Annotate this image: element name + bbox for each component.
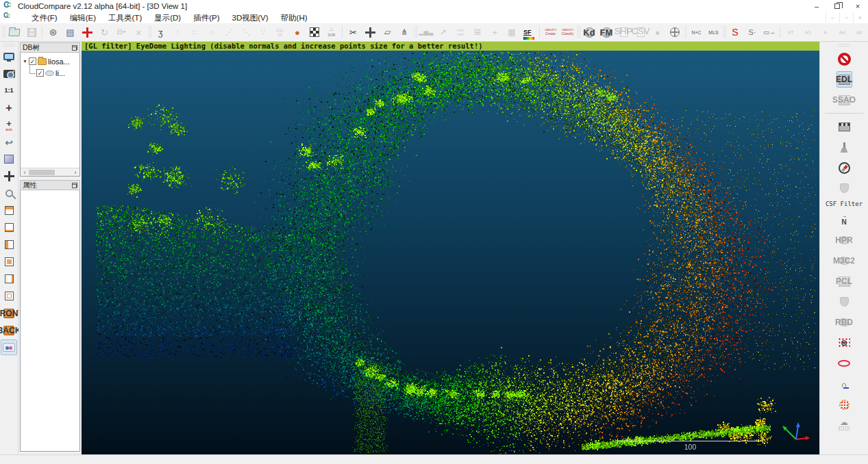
point-cloud-canvas[interactable] — [82, 42, 819, 454]
magnet-tool-glyph: ∩ — [841, 379, 847, 389]
view-front-icon[interactable] — [1, 254, 17, 270]
clone-label: ↻ — [101, 28, 108, 37]
visibility-checkbox[interactable]: ✓ — [29, 57, 36, 65]
menu-help[interactable]: 帮助(H) — [275, 12, 314, 23]
mdi-restore-button[interactable]: ▫ — [839, 12, 853, 23]
magnet-tool-icon[interactable]: ∩ — [841, 376, 847, 392]
cross-section-icon[interactable]: ▱ — [380, 24, 396, 40]
shp-export-glyph: SHP — [620, 27, 628, 37]
poisson-recon-icon[interactable]: ⊛ — [838, 335, 850, 351]
open-icon[interactable] — [6, 24, 23, 40]
global-shift-icon[interactable]: ⊛ — [45, 24, 62, 40]
rotate-view-icon[interactable]: ↩ — [1, 134, 17, 150]
scroll-left-icon[interactable]: ‹ — [21, 169, 29, 176]
broom-icon[interactable] — [843, 139, 845, 155]
csf-north-icon[interactable]: →N — [841, 211, 847, 228]
mdi-minimize-button[interactable]: – — [826, 12, 839, 23]
pivot-visibility-icon[interactable] — [1, 168, 17, 184]
view-bottom-icon[interactable] — [1, 220, 17, 235]
m3c2-glyph: M3C2 — [839, 257, 850, 265]
segment-icon[interactable]: ✂ — [345, 24, 362, 40]
zoom-and-center-icon[interactable]: + — [1, 100, 17, 116]
csf-north-sublabel: N — [841, 219, 846, 226]
level-icon[interactable]: ⋔ — [397, 24, 413, 40]
chessboard-icon[interactable] — [306, 24, 323, 40]
noise-filter-icon[interactable] — [839, 396, 850, 413]
zoom-icon[interactable] — [1, 185, 17, 201]
menu-display[interactable]: 显示(D) — [148, 12, 187, 23]
toolbar-drag-handle[interactable] — [3, 43, 15, 47]
window-controls: –× — [806, 0, 868, 12]
zoom-1-1-icon[interactable]: 1:1 — [1, 83, 17, 99]
close-button[interactable]: × — [847, 0, 868, 12]
view-right-glyph — [5, 274, 14, 283]
expander-icon[interactable]: ▼ — [23, 59, 29, 64]
view-left-icon[interactable] — [1, 237, 17, 253]
scroll-thumb[interactable] — [29, 170, 55, 175]
screenshot-icon[interactable] — [1, 66, 17, 81]
sra-red-s-icon[interactable]: S — [727, 24, 743, 40]
menu-file[interactable]: 文件(F) — [25, 12, 64, 23]
refresh-display-icon[interactable] — [1, 49, 17, 64]
menu-3dviews[interactable]: 3D视图(V) — [226, 12, 275, 23]
mdi-minimize-label: – — [831, 14, 834, 21]
restore-button[interactable] — [827, 0, 847, 12]
menu-tools[interactable]: 工具类(T) — [102, 12, 148, 23]
toolbar-drag-handle[interactable] — [838, 43, 850, 47]
sor-filter-icon[interactable]: ∴SOR — [323, 24, 340, 40]
compass-icon[interactable] — [839, 159, 850, 176]
view-top-icon[interactable] — [1, 203, 17, 218]
float-panel-icon[interactable] — [72, 45, 77, 51]
normals-and-curvature-icon[interactable]: N+C — [689, 24, 705, 40]
pcv-icon[interactable]: ● — [289, 24, 306, 40]
zoom-and-center-label: + — [5, 103, 12, 114]
point-picking-icon[interactable] — [79, 24, 96, 40]
mdi-close-button[interactable]: × — [853, 12, 867, 23]
globe-icon[interactable] — [667, 24, 683, 40]
properties-title-bar[interactable]: 属性 — [20, 180, 80, 190]
visibility-checkbox[interactable]: ✓ — [36, 69, 44, 77]
float-panel-icon[interactable] — [72, 183, 77, 188]
animation-icon[interactable] — [839, 118, 850, 135]
tree-item-li[interactable]: ✓li... — [21, 67, 79, 79]
menu-edit[interactable]: 编辑(E) — [64, 12, 102, 23]
ellipse-tool-icon[interactable] — [838, 355, 850, 372]
translate-rotate-icon[interactable] — [362, 24, 379, 40]
canupo-create-icon[interactable]: CANUPOCreate — [543, 24, 559, 40]
facets-fm-icon[interactable]: FM — [598, 24, 615, 40]
auto-pick-center-icon[interactable]: +auto — [1, 117, 17, 133]
db-tree-title-bar[interactable]: DB树 — [20, 42, 80, 53]
view-back-iso-icon[interactable]: BACK — [1, 322, 17, 338]
sf-colorscale-icon[interactable]: SF — [521, 24, 537, 40]
edl-disable-icon[interactable] — [838, 51, 851, 67]
view-front-iso-icon[interactable]: FRONT — [1, 305, 17, 321]
minimize-button[interactable]: – — [806, 0, 827, 12]
mdi-close-label: × — [858, 14, 862, 21]
s-points-icon[interactable]: S· — [744, 24, 760, 40]
hull-icon — [840, 294, 849, 310]
bubble-view-icon[interactable] — [1, 151, 17, 167]
view-right-icon[interactable] — [1, 271, 17, 287]
scroll-right-icon[interactable]: › — [71, 169, 79, 176]
interactive-transform-icon[interactable]: ʒ — [152, 24, 169, 40]
compute-normals-icon: ↑ — [169, 24, 186, 40]
plugin-at-icon: AT — [783, 24, 799, 40]
canupo-classify-icon[interactable]: CANUPOClassify — [560, 24, 576, 40]
db-tree-hscrollbar[interactable]: ‹ › — [21, 168, 79, 176]
view-back-icon[interactable] — [1, 288, 17, 304]
facets-icon — [840, 180, 849, 196]
stereo-mode-icon[interactable] — [1, 339, 17, 355]
plugins-toolbar-buttons: EDLSSAOCSF Filter→NHPRM3C2PCLRBD⊛∩☁ — [825, 49, 863, 435]
menu-plugins[interactable]: 插件(P) — [187, 12, 225, 23]
open-glyph — [8, 29, 20, 36]
m3c2-label: M3C2 — [833, 257, 855, 265]
plugin-ak-label: AK — [856, 30, 863, 35]
box-arrow-icon[interactable]: ▭→ — [761, 24, 778, 40]
mls-smoothing-icon[interactable]: MLS — [706, 24, 722, 40]
csv-export-icon: CSV — [632, 24, 649, 40]
status-bar — [0, 454, 868, 464]
edl-filter-icon[interactable]: EDL — [836, 71, 852, 88]
normals-and-curvature-label: N+C — [691, 30, 701, 35]
kd-tree-icon[interactable]: Kd — [581, 24, 597, 40]
properties-list-icon[interactable]: ▤ — [62, 24, 79, 40]
